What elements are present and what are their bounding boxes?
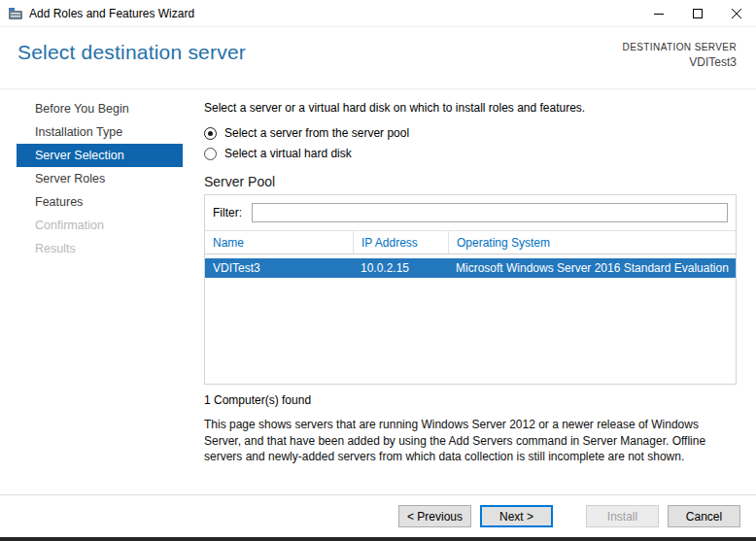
close-icon [732, 9, 741, 18]
radio-label: Select a virtual hard disk [224, 147, 352, 160]
title-bar: Add Roles and Features Wizard [0, 0, 756, 27]
sidebar-item-confirmation: Confirmation [0, 214, 194, 237]
column-header-operating-system[interactable]: Operating System [448, 231, 736, 254]
minimize-icon [654, 9, 664, 18]
minimize-button[interactable] [639, 0, 678, 27]
wizard-header: Select destination server DESTINATION SE… [0, 27, 756, 89]
cell-server-name: VDITest3 [205, 261, 353, 275]
server-manager-icon [8, 6, 23, 21]
close-button[interactable] [717, 0, 756, 27]
radio-label: Select a server from the server pool [224, 126, 409, 140]
server-pool-title: Server Pool [204, 174, 737, 189]
column-header-ip-address[interactable]: IP Address [353, 231, 448, 254]
window-title: Add Roles and Features Wizard [29, 7, 639, 20]
radio-button-icon [204, 148, 217, 160]
server-grid-header: Name IP Address Operating System [205, 230, 736, 254]
computers-found-count: 1 Computer(s) found [204, 393, 737, 407]
previous-button[interactable]: < Previous [398, 505, 471, 527]
sidebar-item-results: Results [0, 237, 194, 260]
cancel-button[interactable]: Cancel [668, 505, 740, 527]
maximize-button[interactable] [678, 0, 717, 27]
sidebar-item-before-you-begin[interactable]: Before You Begin [0, 97, 194, 120]
filter-label: Filter: [213, 206, 242, 220]
wizard-content: Select a server or a virtual hard disk o… [204, 89, 737, 465]
server-grid-empty-area [205, 278, 736, 384]
wizard-footer: < Previous Next > Install Cancel [0, 494, 756, 537]
sidebar-item-server-roles[interactable]: Server Roles [0, 167, 194, 190]
radio-select-virtual-hard-disk[interactable]: Select a virtual hard disk [204, 147, 737, 160]
page-title: Select destination server [17, 41, 246, 64]
cell-server-os: Microsoft Windows Server 2016 Standard E… [448, 261, 736, 275]
radio-select-from-server-pool[interactable]: Select a server from the server pool [204, 126, 737, 140]
intro-text: Select a server or a virtual hard disk o… [204, 101, 737, 115]
table-row[interactable]: VDITest3 10.0.2.15 Microsoft Windows Ser… [205, 258, 736, 278]
server-pool-panel: Filter: Name IP Address Operating System… [204, 194, 737, 385]
maximize-icon [693, 9, 703, 18]
cell-server-ip: 10.0.2.15 [353, 261, 448, 275]
sidebar-item-server-selection[interactable]: Server Selection [17, 144, 183, 167]
sidebar-item-features[interactable]: Features [0, 190, 194, 214]
column-header-name[interactable]: Name [205, 231, 353, 254]
filter-row: Filter: [205, 195, 736, 230]
filter-input[interactable] [252, 203, 728, 222]
destination-server-value: VDITest3 [623, 55, 737, 69]
page-description: This page shows servers that are running… [204, 417, 737, 465]
destination-server-label: DESTINATION SERVER [623, 42, 737, 52]
wizard-steps-nav: Before You Begin Installation Type Serve… [0, 89, 194, 494]
radio-button-icon [204, 127, 217, 140]
next-button[interactable]: Next > [480, 505, 553, 527]
add-roles-features-wizard-window: Add Roles and Features Wizard Select des… [0, 0, 756, 541]
install-button: Install [586, 505, 659, 527]
sidebar-item-installation-type[interactable]: Installation Type [0, 120, 194, 144]
taskbar-edge [0, 537, 756, 541]
destination-server-block: DESTINATION SERVER VDITest3 [623, 42, 737, 69]
